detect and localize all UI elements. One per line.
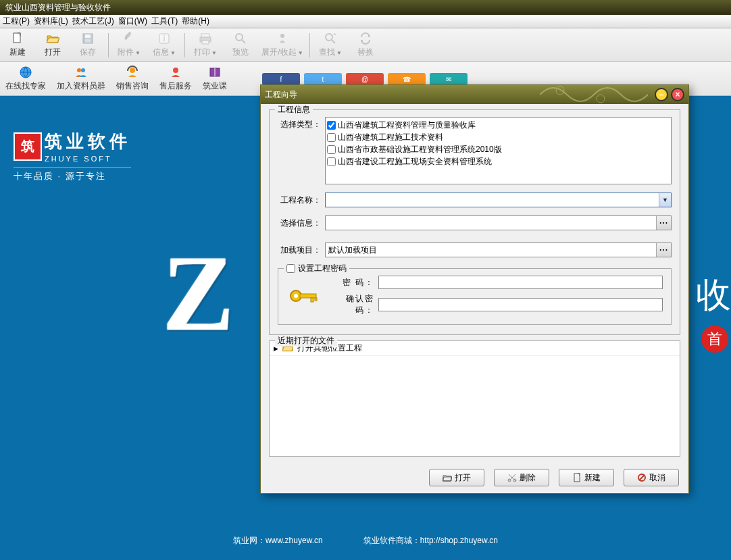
- svg-point-9: [236, 34, 243, 41]
- type-checkbox[interactable]: [327, 133, 336, 142]
- toolbar2-group[interactable]: 加入资料员群: [51, 62, 111, 95]
- toolbar2-sales[interactable]: 销售咨询: [111, 62, 154, 95]
- label-select-info: 选择信息：: [278, 215, 325, 229]
- open-folder-icon: [46, 32, 59, 45]
- side-badge: 首: [701, 326, 728, 353]
- svg-point-15: [77, 68, 81, 72]
- menu-window[interactable]: 窗口(W): [118, 16, 147, 27]
- share-chip[interactable]: f: [262, 73, 300, 85]
- app-title: 筑业山西资料管理与验收软件: [5, 2, 111, 14]
- app-titlebar: 筑业山西资料管理与验收软件: [0, 0, 731, 15]
- select-info-field[interactable]: ···: [325, 215, 672, 230]
- project-name-input[interactable]: [326, 193, 659, 207]
- project-wizard-dialog: 工程向导 – × 工程信息 选择类型： 山西省建筑工程资料管理与质量验收库 山西…: [260, 84, 689, 494]
- dialog-close-button[interactable]: ×: [671, 88, 684, 101]
- svg-rect-8: [202, 41, 209, 44]
- svg-point-22: [597, 95, 605, 103]
- chevron-down-icon[interactable]: ▼: [659, 193, 671, 207]
- recent-list[interactable]: ▶ 打开其他位置工程: [270, 341, 680, 456]
- toolbar-preview: 预览: [223, 28, 258, 61]
- footer-link-shop[interactable]: http://shop.zhuyew.cn: [420, 536, 498, 545]
- headset-icon: [126, 66, 139, 79]
- svg-point-24: [294, 294, 298, 298]
- type-listbox[interactable]: 山西省建筑工程资料管理与质量验收库 山西省建筑工程施工技术资料 山西省市政基础设…: [325, 117, 672, 184]
- toolbar2-service[interactable]: 售后服务: [154, 62, 197, 95]
- share-chip[interactable]: ☎: [388, 73, 426, 85]
- dialog-title-text: 工程向导: [265, 89, 297, 101]
- cancel-icon: [637, 473, 647, 482]
- toolbar-new[interactable]: 新建: [0, 28, 35, 61]
- open-button[interactable]: 打开: [429, 469, 484, 486]
- main-toolbar: 新建 打开 保存 附件▼ i 信息▼ 打印▼ 预览 展开/收起▼ 查找▼ 替换: [0, 28, 731, 62]
- browse-button[interactable]: ···: [656, 216, 671, 230]
- svg-line-10: [242, 40, 245, 43]
- brand-slogan: 十年品质 · 源于专注: [14, 167, 131, 182]
- chevron-down-icon: ▼: [298, 50, 303, 56]
- decorative-z: Z: [162, 231, 234, 356]
- expand-collapse-icon: [276, 32, 289, 45]
- menu-tech[interactable]: 技术工艺(J): [72, 16, 114, 27]
- type-option[interactable]: 山西省市政基础设施工程资料管理系统2010版: [327, 143, 670, 155]
- project-name-combo[interactable]: ▼: [325, 193, 672, 207]
- type-option[interactable]: 山西省建筑工程资料管理与质量验收库: [327, 119, 670, 131]
- share-chip[interactable]: @: [346, 73, 384, 85]
- globe-icon: [19, 66, 32, 79]
- toolbar-replace: 替换: [348, 28, 383, 61]
- type-checkbox[interactable]: [327, 121, 336, 130]
- people-icon: [74, 66, 88, 79]
- toolbar2-course[interactable]: 筑业课: [197, 62, 232, 95]
- chevron-down-icon: ▼: [211, 50, 217, 56]
- menu-tools[interactable]: 工具(T): [151, 16, 178, 27]
- type-option[interactable]: 山西省建设工程施工现场安全资料管理系统: [327, 155, 670, 168]
- group-title: 工程信息: [275, 104, 313, 116]
- delete-button[interactable]: 删除: [494, 469, 549, 486]
- browse-button[interactable]: ···: [656, 243, 671, 257]
- toolbar-separator: [309, 33, 310, 57]
- label-password: 密 码：: [331, 277, 378, 288]
- label-confirm-password: 确认密码：: [331, 293, 378, 316]
- type-checkbox[interactable]: [327, 157, 336, 166]
- share-chip[interactable]: t: [304, 73, 342, 85]
- password-input[interactable]: [378, 276, 663, 289]
- dialog-button-bar: 打开 删除 新建 取消: [261, 462, 688, 493]
- dialog-minimize-button[interactable]: –: [655, 88, 668, 101]
- password-group: 设置工程密码 密 码： 确认密码：: [278, 268, 672, 325]
- book-icon: [208, 66, 222, 79]
- print-icon: [199, 32, 212, 45]
- menu-help[interactable]: 帮助(H): [182, 16, 209, 27]
- menu-project[interactable]: 工程(P): [3, 16, 30, 27]
- side-text: 收: [696, 272, 731, 319]
- toolbar-open[interactable]: 打开: [35, 28, 70, 61]
- dialog-titlebar[interactable]: 工程向导 – ×: [261, 85, 688, 104]
- info-icon: i: [157, 32, 171, 45]
- decorative-swirl: [540, 82, 648, 107]
- load-project-field[interactable]: ···: [325, 243, 672, 257]
- cancel-button[interactable]: 取消: [624, 469, 679, 486]
- toolbar2-expert[interactable]: 在线找专家: [0, 62, 51, 95]
- share-chip[interactable]: ✉: [430, 73, 468, 85]
- brand-mark: 筑: [14, 132, 42, 161]
- confirm-password-input[interactable]: [378, 298, 663, 311]
- svg-point-12: [326, 34, 332, 41]
- toolbar-attach: 附件▼: [111, 28, 147, 61]
- footer-link-site[interactable]: www.zhuyew.cn: [266, 536, 323, 545]
- load-project-input[interactable]: [326, 243, 656, 257]
- chevron-down-icon: ▼: [135, 50, 141, 56]
- svg-rect-3: [85, 39, 91, 43]
- toolbar-separator: [108, 33, 109, 57]
- recent-files-group: 近期打开的文件 ▶ 打开其他位置工程: [269, 340, 680, 457]
- toolbar-info: i 信息▼: [147, 28, 182, 61]
- menu-database[interactable]: 资料库(L): [34, 16, 68, 27]
- svg-rect-26: [311, 298, 313, 302]
- menubar: 工程(P) 资料库(L) 技术工艺(J) 窗口(W) 工具(T) 帮助(H): [0, 15, 731, 28]
- select-info-input[interactable]: [326, 216, 656, 230]
- new-button[interactable]: 新建: [559, 469, 614, 486]
- brand-pinyin: ZHUYE SOFT: [45, 155, 131, 163]
- type-option[interactable]: 山西省建筑工程施工技术资料: [327, 131, 670, 143]
- toolbar-save: 保存: [70, 28, 105, 61]
- new-file-icon: [572, 473, 582, 482]
- enable-password-checkbox[interactable]: [286, 264, 295, 273]
- label-project-name: 工程名称：: [278, 193, 325, 206]
- type-checkbox[interactable]: [327, 145, 336, 154]
- svg-line-34: [639, 475, 645, 480]
